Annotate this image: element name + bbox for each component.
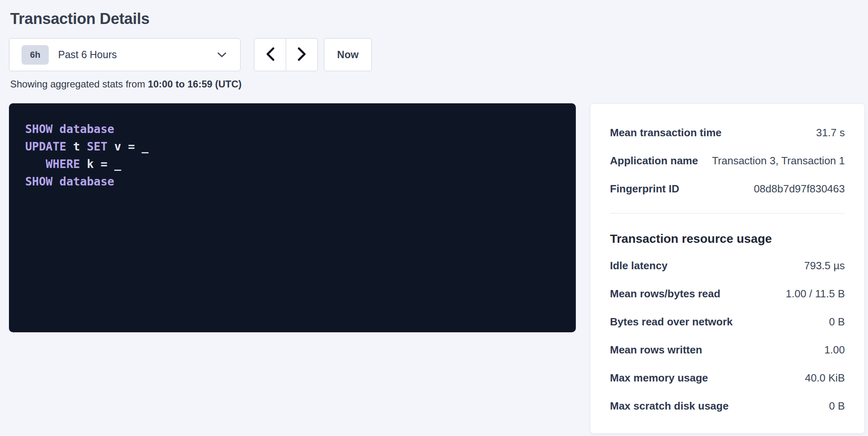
stat-row: Mean rows/bytes read1.00 / 11.5 B (610, 280, 845, 308)
stat-row: Mean transaction time31.7 s (610, 119, 845, 147)
stat-label: Idle latency (610, 259, 668, 272)
sql-statements-box: SHOW databaseUPDATE t SET v = _ WHERE k … (9, 103, 576, 332)
aggregation-summary-prefix: Showing aggregated stats from (10, 78, 148, 89)
stat-label: Max scratch disk usage (610, 400, 729, 412)
stat-label: Max memory usage (610, 372, 708, 384)
stat-label: Mean rows written (610, 344, 702, 356)
stat-row: Application nameTransaction 3, Transacti… (610, 147, 845, 175)
sql-token-plain: t (66, 140, 87, 153)
sql-token-plain (25, 157, 46, 171)
sql-line: SHOW database (25, 120, 560, 138)
sql-token-plain: k = _ (80, 157, 121, 171)
resource-usage-rows: Idle latency793.5 µsMean rows/bytes read… (610, 252, 845, 420)
transaction-summary-rows: Mean transaction time31.7 sApplication n… (610, 119, 845, 203)
sql-line: SHOW database (25, 173, 560, 190)
transaction-stats-card: Mean transaction time31.7 sApplication n… (590, 103, 865, 434)
chevron-left-icon (266, 47, 275, 62)
time-range-badge: 6h (22, 45, 49, 65)
sql-token-keyword: SHOW database (25, 175, 114, 188)
stat-row: Idle latency793.5 µs (610, 252, 845, 280)
stat-value: 31.7 s (816, 126, 845, 139)
card-divider (610, 213, 845, 214)
time-range-dropdown[interactable]: 6h Past 6 Hours (9, 38, 241, 71)
sql-token-keyword: UPDATE (25, 140, 66, 153)
chevron-right-icon (297, 47, 306, 62)
stat-row: Max scratch disk usage0 B (610, 392, 845, 420)
stat-value: 793.5 µs (804, 259, 845, 272)
stat-value: 0 B (829, 400, 845, 412)
aggregation-summary: Showing aggregated stats from 10:00 to 1… (10, 78, 865, 90)
stat-value: 0 B (829, 316, 845, 328)
stat-value: 1.00 / 11.5 B (786, 288, 845, 300)
transaction-details-page: Transaction Details 6h Past 6 Hours Now … (0, 0, 868, 434)
sql-token-keyword: WHERE (46, 157, 80, 171)
next-range-button[interactable] (286, 38, 318, 71)
sql-token-keyword: SHOW database (25, 122, 114, 136)
stat-value: 40.0 KiB (805, 372, 845, 384)
aggregation-range: 10:00 to 16:59 (UTC) (148, 78, 242, 89)
sql-line: UPDATE t SET v = _ (25, 138, 560, 155)
sql-line: WHERE k = _ (25, 155, 560, 173)
chevron-down-icon (217, 52, 226, 58)
stat-row: Mean rows written1.00 (610, 336, 845, 364)
time-controls: 6h Past 6 Hours Now (9, 38, 865, 71)
sql-token-plain: v = _ (107, 140, 148, 153)
main-content: SHOW databaseUPDATE t SET v = _ WHERE k … (9, 103, 865, 434)
page-title: Transaction Details (10, 9, 865, 28)
time-nav-group (254, 38, 318, 71)
stat-label: Application name (610, 155, 698, 167)
stat-row: Fingerprint ID08d8b7d97f830463 (610, 175, 845, 203)
stat-label: Fingerprint ID (610, 183, 679, 195)
time-range-label: Past 6 Hours (58, 49, 117, 61)
stat-row: Max memory usage40.0 KiB (610, 364, 845, 392)
prev-range-button[interactable] (254, 38, 286, 71)
resource-usage-heading: Transaction resource usage (610, 231, 845, 247)
stat-value: 1.00 (824, 344, 845, 356)
sql-token-keyword: SET (87, 140, 108, 153)
stat-value: Transaction 3, Transaction 1 (712, 155, 845, 167)
stat-row: Bytes read over network0 B (610, 308, 845, 336)
stat-label: Mean transaction time (610, 126, 722, 139)
stat-label: Bytes read over network (610, 316, 733, 328)
now-button[interactable]: Now (324, 38, 372, 71)
stat-label: Mean rows/bytes read (610, 288, 720, 300)
stat-value: 08d8b7d97f830463 (754, 183, 845, 195)
